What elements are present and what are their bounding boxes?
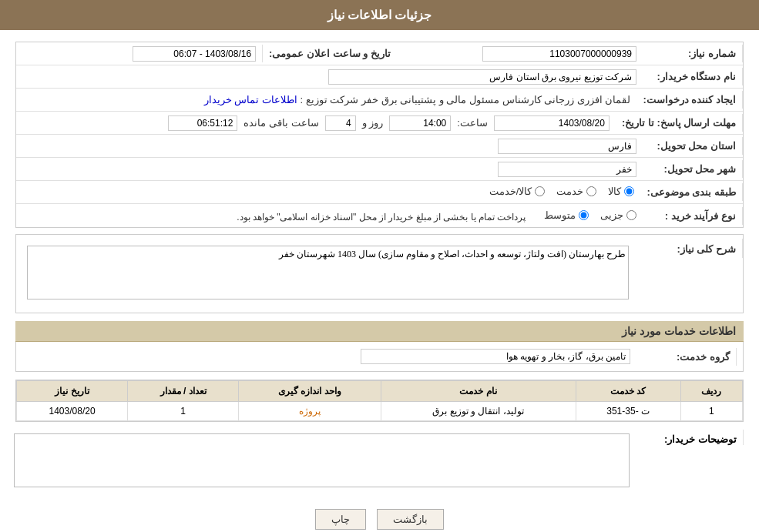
deadline-inline: ساعت: روز و ساعت باقی مانده: [168, 115, 609, 131]
service-group-row: گروه خدمت:: [15, 342, 744, 372]
deadline-time-input[interactable]: [389, 115, 451, 131]
province-value: [16, 136, 643, 157]
deadline-days-input[interactable]: [325, 115, 356, 131]
col-service-code: کد خدمت: [576, 381, 680, 402]
request-number-label: شماره نیاز:: [643, 45, 743, 62]
deadline-value: ساعت: روز و ساعت باقی مانده: [16, 112, 616, 134]
buyer-dept-row: نام دستگاه خریدار:: [16, 65, 743, 89]
request-number-value: [397, 43, 643, 65]
table-row: 1 ت -35-351 تولید، انتقال و توزیع برق پر…: [17, 402, 743, 421]
purchase-jozi-radio[interactable]: [626, 210, 636, 220]
purchase-jozi-item: جزیی: [600, 209, 636, 221]
main-content: شماره نیاز: تاریخ و ساعت اعلان عمومی: نا…: [0, 30, 759, 532]
deadline-remaining-label: ساعت باقی مانده: [243, 117, 318, 129]
category-khedmat-item: خدمت: [556, 186, 596, 197]
request-number-input[interactable]: [482, 46, 636, 62]
announce-date-value: [16, 43, 262, 65]
buyer-notes-textarea[interactable]: [14, 433, 630, 487]
buyer-dept-input[interactable]: [328, 69, 636, 85]
deadline-label: مهلت ارسال پاسخ: تا تاریخ:: [616, 114, 743, 132]
cell-quantity: 1: [128, 402, 239, 421]
requester-text: لقمان افزری زرجانی کارشناس مسئول مالی و …: [300, 94, 630, 105]
deadline-date-input[interactable]: [494, 115, 610, 131]
col-unit: واحد اندازه گیری: [239, 381, 381, 402]
province-input[interactable]: [498, 139, 636, 154]
requester-label: ایجاد کننده درخواست:: [636, 91, 743, 109]
service-group-label: گروه خدمت:: [636, 348, 737, 366]
cell-unit: پروژه: [239, 402, 381, 421]
buyer-dept-label: نام دستگاه خریدار:: [643, 68, 743, 85]
services-table: ردیف کد خدمت نام خدمت واحد اندازه گیری ت…: [16, 380, 743, 421]
city-row: شهر محل تحویل:: [16, 158, 743, 181]
table-header-row: ردیف کد خدمت نام خدمت واحد اندازه گیری ت…: [17, 381, 743, 402]
description-value: [16, 239, 643, 309]
purchase-motavaset-radio[interactable]: [579, 210, 589, 220]
purchase-type-value: جزیی متوسط پرداخت تمام یا بخشی از مبلغ خ…: [16, 206, 643, 226]
cell-service-code: ت -35-351: [576, 402, 680, 421]
category-radio-group: کالا خدمت کالا/خدمت: [489, 186, 635, 197]
service-group-value: [22, 346, 636, 367]
services-section: اطلاعات خدمات مورد نیاز گروه خدمت: ردیف …: [15, 321, 744, 422]
print-button[interactable]: چاپ: [315, 509, 366, 530]
deadline-day-label: روز و: [362, 117, 384, 129]
category-kala-radio[interactable]: [624, 186, 634, 196]
description-section: شرح کلی نیاز:: [15, 234, 744, 313]
category-both-item: کالا/خدمت: [489, 186, 546, 197]
cell-date: 1403/08/20: [17, 402, 128, 421]
services-title: اطلاعات خدمات مورد نیاز: [15, 321, 744, 342]
category-khedmat-label: خدمت: [556, 186, 583, 197]
purchase-type-radio-group: جزیی متوسط: [544, 209, 636, 221]
purchase-motavaset-item: متوسط: [544, 209, 589, 221]
category-kala-item: کالا: [608, 186, 634, 197]
description-label: شرح کلی نیاز:: [643, 239, 743, 258]
category-kala-label: کالا: [608, 186, 621, 197]
description-row: شرح کلی نیاز:: [16, 235, 743, 313]
buttons-row: بازگشت چاپ: [15, 500, 744, 532]
city-label: شهر محل تحویل:: [643, 160, 743, 178]
purchase-type-label: نوع فرآیند خرید :: [643, 207, 743, 225]
request-number-row: شماره نیاز: تاریخ و ساعت اعلان عمومی:: [16, 42, 743, 65]
purchase-motavaset-label: متوسط: [544, 209, 576, 221]
col-row-num: ردیف: [680, 381, 742, 402]
unit-link[interactable]: پروژه: [299, 406, 321, 417]
category-both-label: کالا/خدمت: [489, 186, 532, 197]
col-quantity: تعداد / مقدار: [128, 381, 239, 402]
page-header: جزئیات اطلاعات نیاز: [0, 0, 759, 30]
col-date: تاریخ نیاز: [17, 381, 128, 402]
province-row: استان محل تحویل:: [16, 135, 743, 158]
deadline-row: مهلت ارسال پاسخ: تا تاریخ: ساعت: روز و س…: [16, 112, 743, 135]
deadline-time-label: ساعت:: [457, 117, 488, 129]
deadline-remaining-input[interactable]: [168, 115, 237, 131]
buyer-notes-area: [15, 430, 643, 494]
category-label: طبقه بندی موضوعی:: [640, 183, 743, 201]
category-row: طبقه بندی موضوعی: کالا خدمت: [16, 181, 743, 204]
buyer-dept-value: [16, 66, 643, 88]
purchase-type-row: نوع فرآیند خرید : جزیی متوسط پرداخت تمام…: [16, 204, 743, 227]
purchase-type-note: پرداخت تمام یا بخشی از مبلغ خریدار از مح…: [237, 212, 526, 223]
requester-row: ایجاد کننده درخواست: لقمان افزری زرجانی …: [16, 89, 743, 112]
category-khedmat-radio[interactable]: [586, 186, 596, 196]
cell-service-name: تولید، انتقال و توزیع برق: [381, 402, 576, 421]
buyer-notes-container: توضیحات خریدار:: [15, 430, 744, 494]
info-section: شماره نیاز: تاریخ و ساعت اعلان عمومی: نا…: [15, 42, 744, 228]
announce-date-label: تاریخ و ساعت اعلان عمومی:: [262, 45, 397, 62]
buyer-notes-label: توضیحات خریدار:: [643, 430, 744, 445]
page-title: جزئیات اطلاعات نیاز: [327, 8, 432, 22]
col-service-name: نام خدمت: [381, 381, 576, 402]
category-both-radio[interactable]: [535, 186, 545, 196]
purchase-jozi-label: جزیی: [600, 209, 623, 221]
description-textarea[interactable]: [27, 246, 629, 299]
category-value: کالا خدمت کالا/خدمت: [16, 182, 640, 202]
table-body: 1 ت -35-351 تولید، انتقال و توزیع برق پر…: [17, 402, 743, 421]
cell-row-num: 1: [680, 402, 742, 421]
city-input[interactable]: [498, 162, 636, 177]
province-label: استان محل تحویل:: [643, 137, 743, 155]
page-wrapper: جزئیات اطلاعات نیاز شماره نیاز: تاریخ و …: [0, 0, 759, 532]
requester-link[interactable]: اطلاعات تماس خریدار: [204, 94, 297, 105]
back-button[interactable]: بازگشت: [377, 509, 444, 530]
announce-date-input[interactable]: [133, 46, 256, 62]
city-value: [16, 159, 643, 180]
services-table-container: ردیف کد خدمت نام خدمت واحد اندازه گیری ت…: [15, 380, 744, 422]
requester-value: لقمان افزری زرجانی کارشناس مسئول مالی و …: [16, 91, 636, 109]
service-group-input[interactable]: [361, 349, 630, 364]
